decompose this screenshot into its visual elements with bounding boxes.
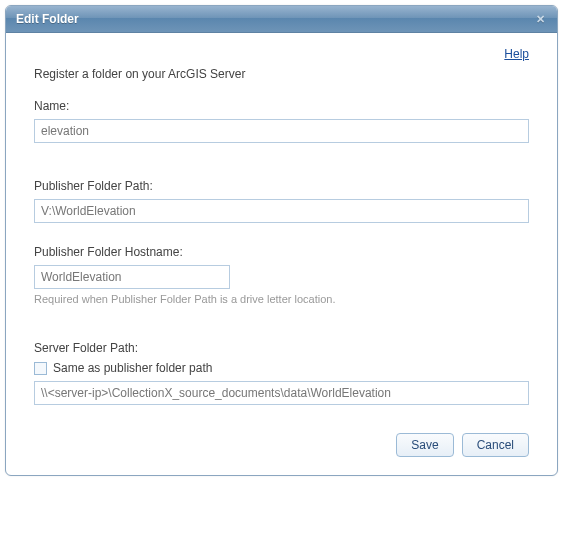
server-path-input[interactable] xyxy=(34,381,529,405)
name-input[interactable] xyxy=(34,119,529,143)
same-as-publisher-checkbox[interactable] xyxy=(34,362,47,375)
publisher-path-input[interactable] xyxy=(34,199,529,223)
publisher-host-hint: Required when Publisher Folder Path is a… xyxy=(34,293,529,305)
close-icon[interactable]: ✕ xyxy=(533,12,547,26)
publisher-host-label: Publisher Folder Hostname: xyxy=(34,245,529,259)
help-link[interactable]: Help xyxy=(504,47,529,61)
same-as-publisher-label: Same as publisher folder path xyxy=(53,361,212,375)
publisher-path-label: Publisher Folder Path: xyxy=(34,179,529,193)
lead-text: Register a folder on your ArcGIS Server xyxy=(34,67,529,81)
cancel-button[interactable]: Cancel xyxy=(462,433,529,457)
name-label: Name: xyxy=(34,99,529,113)
save-button[interactable]: Save xyxy=(396,433,453,457)
dialog-title: Edit Folder xyxy=(16,12,79,26)
dialog-body: Help Register a folder on your ArcGIS Se… xyxy=(6,33,557,475)
dialog-titlebar[interactable]: Edit Folder ✕ xyxy=(6,6,557,33)
server-path-label: Server Folder Path: xyxy=(34,341,529,355)
edit-folder-dialog: Edit Folder ✕ Help Register a folder on … xyxy=(5,5,558,476)
publisher-host-input[interactable] xyxy=(34,265,230,289)
